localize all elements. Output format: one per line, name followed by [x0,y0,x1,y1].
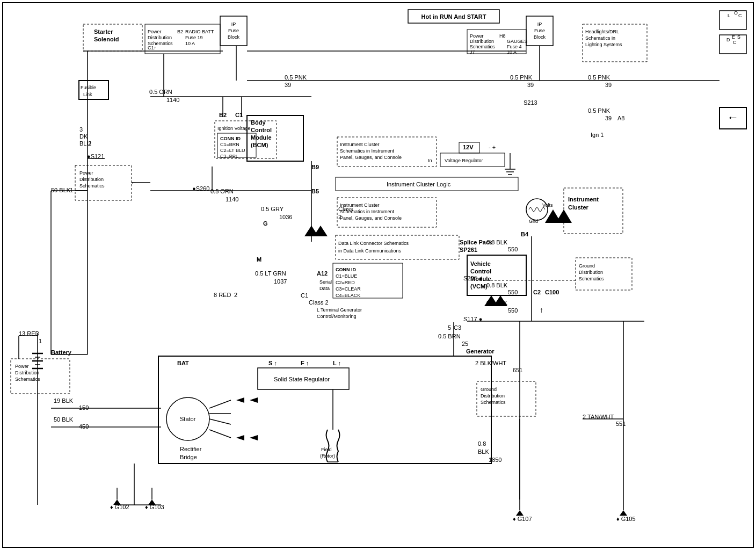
wire-13red-1-label: 1 [39,338,42,344]
power-dist-schematics-label-top3: Schematics [470,44,495,49]
serial-data-label1: Serial [319,279,332,285]
sc-label: S [737,34,740,40]
serial-data-label2: Data [319,286,330,291]
sc2-label: C [733,40,737,45]
12v-label: 12V [463,144,474,150]
ground-dist-bot-label1: Ground [481,387,497,392]
power-dist-left-mid-label1: Power [79,170,93,176]
instrument-cluster-box-label1: Instrument [568,196,599,202]
fusible-link-label1: Fusible [81,85,96,90]
c-label: C [738,13,742,18]
radio-batt-10a-label: 10 A [185,41,195,46]
wire-39-right-label: 39 [527,82,534,88]
power-dist-schematics-label-top2: Distribution [470,39,494,44]
s213-label: S213 [524,99,537,106]
wire-3dkblu-label1: 3 [79,126,83,133]
wire-05pnk-right-label: 0.5 PNK [510,74,533,81]
data-link-label2: in Data Link Communications [338,248,402,254]
ip-fuse-block-right-label2: Fuse [534,28,545,33]
svg-rect-0 [0,0,756,550]
vcm-label4: (VCM) [470,283,488,290]
g107-label: ♦ G107 [513,516,532,522]
5c3-label2: C3 [454,324,461,331]
wire-1140-mid-label: 1140 [226,196,238,202]
wire-05orn-label: 0.5 ORN [149,89,172,95]
inst-cluster-sch-upper-label1: Instrument Cluster [340,142,380,147]
vcm-c3-clear-label: C3=CLEAR [336,286,361,292]
bcm-label1: Body [251,119,266,126]
instrument-cluster-box-label2: Cluster [568,204,589,211]
gauges-fuse-label: GAUGES [507,39,528,44]
ground-dist-right-label1: Ground [579,263,595,269]
arrow-up-icon: ↑ [540,306,543,314]
c3-ppl-label: C3=PPL [220,154,238,159]
in-label: In [428,158,432,163]
wire-651-label: 651 [513,367,522,373]
vcm-label1: Vehicle [470,260,491,267]
schematic-diagram: Hot in RUN And START IP Fuse Block Power… [0,0,756,550]
starter-solenoid-label2: Solenoid [94,36,119,42]
g-node-label: G [263,220,268,227]
wire-1850-label: 1850 [489,457,501,463]
bat-label: BAT [177,360,189,366]
l-terminal-label1: L Terminal Generator [317,307,362,313]
c100-label: C100 [545,289,559,295]
wire-8red-label: 8 RED [214,292,231,298]
rotor-label: (Rotor) [320,453,335,459]
wire-39-top-label: 39 [285,82,291,88]
ip-fuse-block-right-label1: IP [537,21,542,27]
radio-batt-fuse-label: RADIO BATT [185,29,214,34]
a12-label: A12 [317,270,328,277]
wire-19blk-label: 19 BLK [54,397,74,404]
wire-05pnk-far-right-label: 0.5 PNK [588,74,610,81]
data-link-label1: Data Link Connector Schematics [338,241,409,246]
arrow-left-icon[interactable]: ← [727,111,739,124]
wire-2blkwht-label: 2 BLK/WHT [475,360,506,366]
inst-cluster-sch-upper-label3: Panel, Gauges, and Console [340,155,402,160]
sp261-label: SP261 [460,247,477,253]
wire-08blk-top-label: 0.8 BLK [486,239,508,245]
wire-39-a8-label: 39 [605,115,612,121]
power-dist-left-mid-label2: Distribution [79,177,104,182]
ignition-voltage-label: Ignition Voltage [217,126,251,131]
headlights-label1: Headlights/DRL [585,29,619,34]
wire-550-bot-label: 550 [508,307,518,314]
ground-dist-right-label3: Schematics [579,276,604,281]
vcm-c2-red-label: C2=RED [336,280,355,285]
wire-08blk-mid-label: 0.8 BLK [486,282,508,288]
wire-05gry-label: 0.5 GRY [261,206,284,212]
ip-fuse-block-left-label3: Block [228,34,240,40]
wire-550-mid-label: 550 [508,289,518,295]
c1-brn-label: C1=BRN [220,142,239,147]
wire-150-label: 150 [79,404,89,411]
ground-dist-bot-label2: Distribution [481,393,505,399]
wire-1140-label: 1140 [166,97,179,103]
wire-05brn-label: 0.5 BRN [438,333,461,339]
l-terminal-label2: Control/Monitoring [317,314,357,319]
c1-bottom-label: C1↑ [148,45,156,50]
wire-39-far-right-label: 39 [605,82,612,88]
starter-solenoid-label1: Starter [94,28,113,35]
wire-8red-2-label: 2 [234,292,237,298]
loc-label: L [728,13,730,18]
wire-1036-label: 1036 [279,214,292,220]
solid-state-reg-label: Solid State Regulator [274,376,330,382]
wire-3dkblu-label2: DK [79,133,88,140]
inst-cluster-sch-lower-label3: Panel, Gauges, and Console [340,215,402,221]
bcm-label3: Module [251,134,272,141]
power-dist-left-label2: Distribution [148,35,172,40]
g105-label: ♦ G105 [616,516,636,522]
vcm-c1-blue-label: C1=BLUE [336,273,357,279]
stator-label: Stator [180,416,196,422]
plus-symbol: - + [489,144,496,150]
ip-fuse-block-left-label1: IP [231,21,236,27]
bcm-label4: (BCM) [251,142,268,148]
l-gen-label: L ↑ [333,360,341,366]
ip-fuse-block-right-label3: Block [534,34,546,40]
5c3-label1: 5 [448,324,451,331]
h8-label: H8 [499,33,506,39]
power-dist-bot-left-label1: Power [15,364,29,369]
s-gen-label: S ↑ [268,360,277,366]
c1-class2-label1: C1 [301,292,308,299]
b5-label: B5 [311,188,319,194]
